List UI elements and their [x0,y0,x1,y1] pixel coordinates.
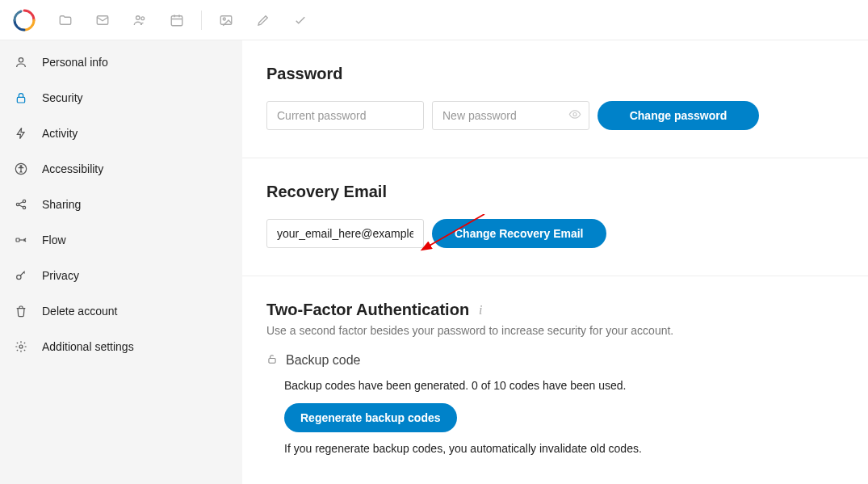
sidebar-item-sharing[interactable]: Sharing [0,187,242,222]
sidebar-item-additional-settings[interactable]: Additional settings [0,329,242,364]
twofa-heading: Two-Factor Authentication [266,301,469,319]
twofa-section: Two-Factor Authentication i Use a second… [242,276,868,484]
svg-point-16 [19,345,23,348]
gear-icon [11,340,31,353]
sidebar-item-accessibility[interactable]: Accessibility [0,151,242,187]
share-icon [11,198,31,211]
sidebar-item-label: Activity [42,127,78,140]
sidebar-item-label: Personal info [42,56,108,69]
topbar-divider [201,11,202,30]
sidebar-item-activity[interactable]: Activity [0,116,242,151]
flow-icon [11,234,31,246]
svg-point-9 [20,166,22,167]
sidebar-item-label: Accessibility [42,162,103,175]
sidebar-item-security[interactable]: Security [0,80,242,116]
svg-point-1 [136,15,140,19]
backup-code-status: Backup codes have been generated. 0 of 1… [284,379,844,392]
change-password-button[interactable]: Change password [598,101,759,130]
svg-point-5 [223,18,225,20]
current-password-input[interactable] [266,101,424,130]
bolt-icon [11,127,31,140]
regenerate-note: If you regenerate backup codes, you auto… [284,442,844,455]
contacts-icon[interactable] [124,4,156,36]
edit-icon[interactable] [247,4,279,36]
svg-point-15 [17,275,21,279]
password-heading: Password [266,65,844,83]
app-logo[interactable] [12,8,36,32]
sidebar-item-label: Privacy [42,269,79,282]
user-icon [11,56,31,69]
accessibility-icon [11,162,31,175]
recovery-email-input[interactable] [266,219,424,248]
check-icon[interactable] [284,4,317,36]
recovery-heading: Recovery Email [266,183,844,201]
svg-point-2 [141,16,145,19]
folder-icon[interactable] [49,4,82,36]
backup-code-heading-row: Backup code [266,353,844,368]
recovery-email-section: Recovery Email Change Recovery Email [242,158,868,276]
lock-open-icon [266,353,278,368]
twofa-description: Use a second factor besides your passwor… [266,324,844,337]
sidebar-item-label: Delete account [42,305,117,318]
main-content: Password Change password Recovery Email [242,40,868,484]
sidebar-item-flow[interactable]: Flow [0,222,242,258]
sidebar-item-delete-account[interactable]: Delete account [0,293,242,329]
sidebar-item-label: Flow [42,234,66,246]
key-icon [11,269,31,282]
info-icon[interactable]: i [479,303,482,318]
backup-code-heading: Backup code [286,353,361,368]
change-recovery-email-button[interactable]: Change Recovery Email [432,219,606,248]
svg-point-6 [19,58,23,62]
new-password-input[interactable] [432,101,589,130]
svg-rect-13 [16,238,19,242]
password-section: Password Change password [242,40,868,158]
svg-rect-3 [171,15,182,25]
sidebar-item-label: Security [42,91,83,104]
calendar-icon[interactable] [161,4,193,36]
regenerate-backup-codes-button[interactable]: Regenerate backup codes [284,403,457,432]
photos-icon[interactable] [210,4,242,36]
svg-rect-18 [269,358,275,363]
mail-icon[interactable] [86,4,119,36]
topbar [0,0,868,40]
sidebar-item-personal-info[interactable]: Personal info [0,44,242,80]
lock-icon [11,91,31,104]
sidebar-item-label: Sharing [42,198,81,211]
sidebar-item-privacy[interactable]: Privacy [0,258,242,293]
sidebar-item-label: Additional settings [42,340,134,353]
trash-icon [11,305,31,318]
sidebar: Personal info Security Activity Accessib… [0,40,242,484]
svg-rect-7 [17,97,24,103]
